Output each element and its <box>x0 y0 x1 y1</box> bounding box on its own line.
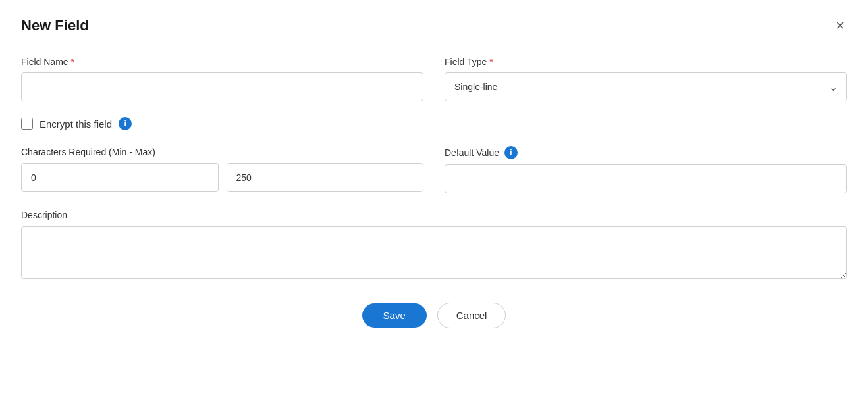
close-button[interactable]: × <box>833 16 847 36</box>
field-type-select-wrapper: Single-line Multi-line Number Date Check… <box>445 72 847 101</box>
save-button[interactable]: Save <box>362 303 427 328</box>
char-inputs-container <box>21 163 423 192</box>
default-value-input[interactable] <box>445 164 847 193</box>
field-type-select[interactable]: Single-line Multi-line Number Date Check… <box>445 72 847 101</box>
field-name-label: Field Name* <box>21 57 423 67</box>
characters-label: Characters Required (Min - Max) <box>21 147 155 157</box>
name-type-row: Field Name* Field Type* Single-line Mult… <box>21 57 847 101</box>
cancel-button[interactable]: Cancel <box>437 303 506 328</box>
dialog-title: New Field <box>21 17 89 34</box>
max-input[interactable] <box>227 163 424 192</box>
default-value-group: Default Value i <box>445 146 847 193</box>
description-group: Description <box>21 209 847 282</box>
dialog-header: New Field × <box>21 16 847 36</box>
characters-group: Characters Required (Min - Max) <box>21 146 423 192</box>
description-label: Description <box>21 210 67 220</box>
description-textarea[interactable] <box>21 226 847 279</box>
field-name-group: Field Name* <box>21 57 423 101</box>
encrypt-row: Encrypt this field i <box>21 117 847 130</box>
new-field-dialog: New Field × Field Name* Field Type* Sing… <box>0 0 868 398</box>
field-name-input[interactable] <box>21 72 423 101</box>
default-label-row: Default Value i <box>445 146 847 159</box>
field-type-group: Field Type* Single-line Multi-line Numbe… <box>445 57 847 101</box>
min-input[interactable] <box>21 163 219 192</box>
default-value-info-icon[interactable]: i <box>504 146 518 159</box>
dialog-footer: Save Cancel <box>21 303 847 328</box>
char-default-row: Characters Required (Min - Max) Default … <box>21 146 847 193</box>
encrypt-checkbox[interactable] <box>21 118 33 130</box>
encrypt-info-icon[interactable]: i <box>119 117 132 130</box>
field-type-label: Field Type* <box>445 57 847 67</box>
default-value-label: Default Value <box>445 147 499 158</box>
encrypt-label: Encrypt this field <box>40 118 112 130</box>
